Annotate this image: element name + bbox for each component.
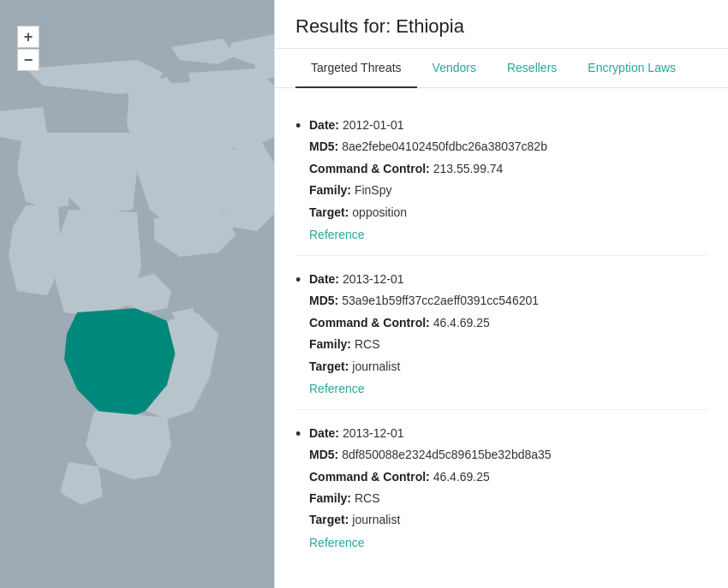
threat-family-field: Family: RCS <box>309 489 707 508</box>
threat-date-field: Date: 2013-12-01 <box>309 424 707 442</box>
threat-target-field: Target: journalist <box>309 357 707 376</box>
zoom-in-button[interactable]: + <box>17 26 39 48</box>
cc-value: 213.55.99.74 <box>433 162 504 175</box>
family-label: Family: <box>309 337 351 351</box>
tab-targeted-threats[interactable]: Targeted Threats <box>295 49 417 88</box>
threat-md5-field: MD5: 53a9e1b59ff37cc2aeff0391cc546201 <box>309 291 707 310</box>
threat-list: Date: 2012-01-01 MD5: 8ae2febe04102450fd… <box>275 88 728 577</box>
threat-cc-field: Command & Control: 46.4.69.25 <box>309 467 707 486</box>
results-title: Results for: Ethiopia <box>295 15 707 38</box>
threat-item: Date: 2013-12-01 MD5: 8df850088e2324d5c8… <box>295 410 707 563</box>
cc-label: Command & Control: <box>309 316 430 330</box>
target-label: Target: <box>309 205 349 219</box>
md5-label: MD5: <box>309 448 338 461</box>
target-label: Target: <box>309 513 349 526</box>
threat-family-field: Family: RCS <box>309 335 707 353</box>
family-label: Family: <box>309 491 351 505</box>
date-label: Date: <box>309 118 339 132</box>
threat-date-field: Date: 2012-01-01 <box>309 116 707 134</box>
date-label: Date: <box>309 272 339 286</box>
results-header: Results for: Ethiopia <box>275 0 728 49</box>
cc-label: Command & Control: <box>309 470 430 484</box>
cc-value: 46.4.69.25 <box>433 470 490 484</box>
tab-encryption-laws[interactable]: Encryption Laws <box>572 49 691 88</box>
map-svg <box>0 0 274 588</box>
md5-label: MD5: <box>309 294 338 307</box>
threat-item: Date: 2012-01-01 MD5: 8ae2febe04102450fd… <box>295 102 707 256</box>
date-value: 2013-12-01 <box>343 272 404 286</box>
tabs-bar: Targeted Threats Vendors Resellers Encry… <box>275 49 728 88</box>
target-value: journalist <box>352 359 400 373</box>
reference-link[interactable]: Reference <box>309 228 365 241</box>
date-label: Date: <box>309 426 339 440</box>
family-value: RCS <box>355 491 380 505</box>
md5-value: 8df850088e2324d5c89615be32bd8a35 <box>342 448 551 461</box>
tab-vendors[interactable]: Vendors <box>417 49 492 88</box>
family-label: Family: <box>309 183 351 197</box>
family-value: FinSpy <box>355 183 392 197</box>
family-value: RCS <box>355 337 380 351</box>
threat-target-field: Target: opposition <box>309 203 707 222</box>
threat-cc-field: Command & Control: 46.4.69.25 <box>309 313 707 332</box>
tab-resellers[interactable]: Resellers <box>492 49 572 88</box>
zoom-out-button[interactable]: − <box>17 49 39 71</box>
md5-value: 8ae2febe04102450fdbc26a38037c82b <box>342 140 547 153</box>
threat-target-field: Target: journalist <box>309 510 707 529</box>
threat-date-field: Date: 2013-12-01 <box>309 270 707 288</box>
reference-link[interactable]: Reference <box>309 382 365 395</box>
md5-label: MD5: <box>309 140 338 153</box>
content-panel: Results for: Ethiopia Targeted Threats V… <box>274 0 728 588</box>
target-label: Target: <box>309 359 349 373</box>
date-value: 2012-01-01 <box>343 118 404 132</box>
threat-md5-field: MD5: 8ae2febe04102450fdbc26a38037c82b <box>309 137 707 156</box>
threat-item: Date: 2013-12-01 MD5: 53a9e1b59ff37cc2ae… <box>295 256 707 410</box>
target-value: journalist <box>352 513 400 526</box>
cc-value: 46.4.69.25 <box>433 316 490 330</box>
md5-value: 53a9e1b59ff37cc2aeff0391cc546201 <box>342 294 539 307</box>
threat-md5-field: MD5: 8df850088e2324d5c89615be32bd8a35 <box>309 445 707 464</box>
cc-label: Command & Control: <box>309 162 430 175</box>
reference-link[interactable]: Reference <box>309 536 365 549</box>
target-value: opposition <box>352 205 407 219</box>
threat-cc-field: Command & Control: 213.55.99.74 <box>309 159 707 178</box>
threat-family-field: Family: FinSpy <box>309 181 707 199</box>
map-panel: + − <box>0 0 274 588</box>
map-controls[interactable]: + − <box>17 26 39 71</box>
date-value: 2013-12-01 <box>343 426 404 440</box>
